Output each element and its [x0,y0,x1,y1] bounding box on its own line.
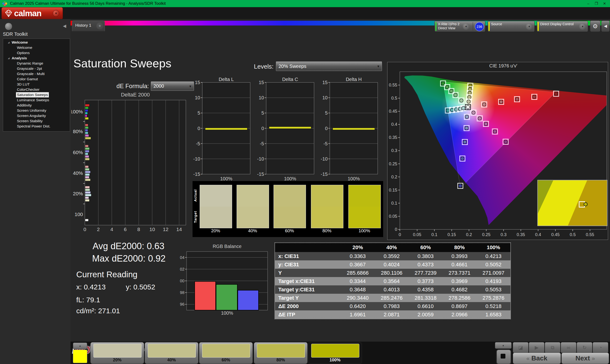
pattern-button-100%[interactable]: 100% [308,342,362,364]
svg-text:DeltaE 2000: DeltaE 2000 [121,92,150,98]
svg-text:98: 98 [180,290,184,295]
column-header: 100% [477,243,510,252]
pattern-corner-expand-button[interactable]: ▲ [73,343,87,349]
row-label: ΔE 2000 [275,302,341,310]
timer-button[interactable]: ◔ [593,342,608,353]
pattern-label: 80% [254,358,307,363]
meter-dropdown-arrow-icon[interactable]: ▼ [463,23,469,30]
table-value: 281.3318 [409,294,442,302]
sidebar-item-colorchecker[interactable]: ColorChecker [3,87,70,92]
sidebar-item-grayscale-multi[interactable]: Grayscale - Multi [3,71,70,77]
target-color [274,207,306,228]
pattern-button-80%[interactable]: 80% [254,342,308,364]
levels-select[interactable]: 20% Sweeps ▼ [276,62,382,71]
display-dropdown-arrow-icon[interactable]: ▼ [579,23,586,30]
stop-button[interactable] [496,349,511,364]
pattern-button-20%[interactable]: 20% [90,342,144,364]
expander-icon[interactable]: ◢ [8,55,10,61]
sidebar-orb-button[interactable] [5,23,13,30]
refresh-button[interactable]: ↻ [577,342,592,353]
meter-status-stripe [435,22,437,31]
svg-text:100%: 100% [220,176,232,181]
svg-text:0: 0 [325,126,328,131]
table-value: 277.7239 [409,269,442,277]
sidebar-item-3d-lut[interactable]: 3D LUT [3,82,70,87]
sidebar-item-additivity[interactable]: Additivity [3,103,70,108]
snapshot-button[interactable]: ◪ [513,342,529,353]
table-value: 0.3592 [375,252,408,260]
pattern-button-40%[interactable]: 40% [145,342,198,364]
play-button[interactable]: ▶ [529,342,545,353]
snapshot-icon: ◪ [518,345,523,350]
pattern-corner-swatch[interactable] [73,350,87,363]
sidebar-item-dynamic-range[interactable]: Dynamic Range [3,61,70,66]
sidebar-item-options[interactable]: Options [3,50,70,55]
back-button[interactable]: « Back [513,352,561,364]
nav-expand-button[interactable]: ▲ [495,342,512,349]
svg-text:4: 4 [110,227,113,232]
settings-button[interactable]: ⚙ [590,21,600,32]
actual-color [311,185,343,207]
maximize-button[interactable]: ❐ [592,0,600,7]
loop-button[interactable]: ∞ [561,342,576,353]
meter-dropdown[interactable]: X-Rite i1Pro 2 Direct View ▼ 236 [434,21,485,32]
calman-logo-button[interactable]: calman ▼ [1,7,63,20]
sidebar-item-screen-uniformity[interactable]: Screen Uniformity [3,108,70,113]
sidebar-item-spectral-power-dist-[interactable]: Spectral Power Dist. [3,124,70,129]
pattern-button-60%[interactable]: 60% [199,342,253,364]
table-value: 285.2476 [375,294,408,302]
sidebar-item-welcome[interactable]: ◢Welcome [3,40,70,45]
levels-label: Levels: [238,63,273,70]
target-color [200,207,232,228]
tab-history-1[interactable]: History 1 + [72,21,105,31]
svg-text:40%: 40% [73,170,83,176]
svg-text:-15: -15 [193,171,200,177]
calman-app-icon [2,1,7,6]
svg-text:0.05: 0.05 [389,214,397,219]
sidebar-item-saturation-sweeps[interactable]: Saturation Sweeps [3,92,70,97]
sidebar-item-screen-stability[interactable]: Screen Stability [3,118,70,124]
display-control-label: Direct Display Control [540,22,573,26]
source-dropdown[interactable]: Source ▼ [488,21,535,32]
next-button[interactable]: Next » [561,352,609,364]
sidebar-item-welcome[interactable]: Welcome [3,45,70,50]
column-header: 60% [409,243,442,252]
table-value: 278.2586 [442,294,476,302]
minimize-button[interactable]: – [584,0,592,7]
swatch-100% [348,185,381,228]
calman-window: Calman 2025 Calman Ultimate for Business… [0,0,610,364]
svg-text:100%: 100% [348,176,360,181]
de-formula-select[interactable]: 2000 ▼ [151,81,194,91]
svg-text:0.35: 0.35 [517,232,525,237]
close-button[interactable]: ✕ [600,0,609,7]
meter-mode: Direct View [438,26,455,30]
sidebar-item-color-gamut[interactable]: Color Gamut [3,77,70,82]
pattern-chip [257,344,305,358]
layout-button[interactable]: ⧉ [545,342,560,353]
svg-text:5: 5 [325,110,328,116]
add-tab-button[interactable]: + [96,22,104,29]
delta-h-chart: Delta H151050-5-10-15100% [318,78,380,185]
expander-icon[interactable]: ◢ [8,40,10,45]
sidebar-item-grayscale-2pt[interactable]: Grayscale - 2pt [3,66,70,71]
levels-value: 20% Sweeps [279,64,306,69]
display-control-dropdown[interactable]: Direct Display Control ▼ [537,21,588,32]
svg-text:14: 14 [176,227,182,232]
sidebar-item-luminance-sweeps[interactable]: Luminance Sweeps [3,97,70,103]
svg-text:0.25: 0.25 [389,161,397,166]
source-dropdown-arrow-icon[interactable]: ▼ [526,23,532,30]
table-value: 0.8697 [442,302,476,310]
current-reading-heading: Current Reading [76,270,138,279]
swatch-label: 100% [348,228,380,234]
svg-text:Delta L: Delta L [219,78,234,82]
meter-name: X-Rite i1Pro 2 [438,22,459,26]
row-label: Target y:CIE31 [275,286,341,294]
calman-menu-dropdown-icon[interactable]: ▼ [53,10,59,17]
sidebar-collapse-icon[interactable]: ◀ [63,23,66,29]
sidebar-item-analysis[interactable]: ◢Analysis [3,55,70,61]
sidebar-item-screen-angularity[interactable]: Screen Angularity [3,113,70,118]
target-color [237,207,269,228]
table-value: 275.2876 [477,294,510,302]
table-value: 0.3363 [341,252,375,260]
panel-collapse-button[interactable]: ◀ [601,21,610,32]
